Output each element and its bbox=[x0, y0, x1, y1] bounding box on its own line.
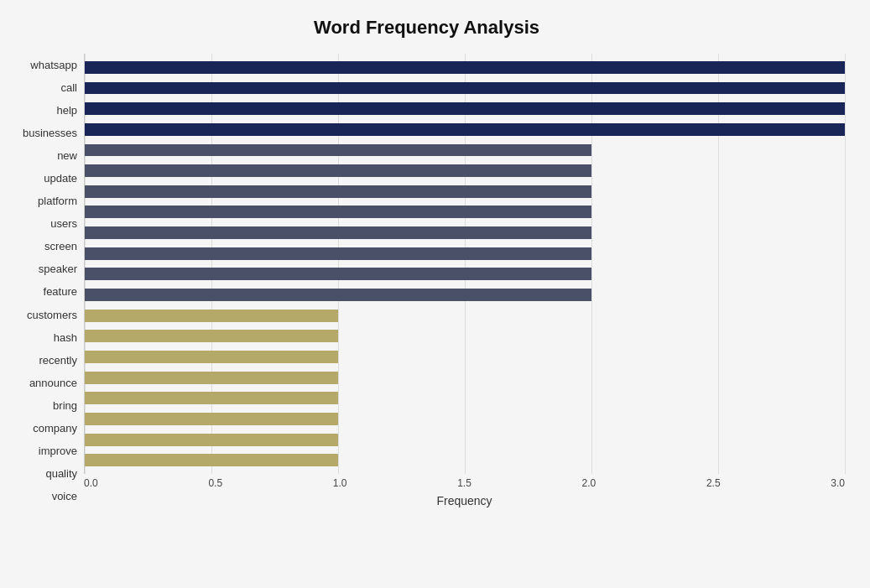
y-label: recently bbox=[39, 355, 77, 366]
y-label: quality bbox=[45, 468, 77, 479]
x-axis: 0.00.51.01.52.02.53.0 bbox=[84, 474, 845, 489]
bar-row bbox=[85, 119, 845, 140]
bar bbox=[85, 454, 338, 466]
bar-row bbox=[85, 408, 845, 429]
bar bbox=[85, 310, 338, 322]
bar bbox=[85, 61, 845, 74]
bar-row bbox=[85, 57, 845, 78]
y-axis-labels: whatsappcallhelpbusinessesnewupdateplatf… bbox=[8, 54, 84, 507]
bar bbox=[85, 144, 591, 157]
x-tick: 1.5 bbox=[457, 477, 471, 489]
x-tick: 0.5 bbox=[208, 477, 222, 489]
bar bbox=[85, 247, 591, 260]
bar-row bbox=[85, 367, 845, 388]
bar bbox=[85, 289, 591, 301]
bar-row bbox=[85, 326, 845, 347]
y-label: users bbox=[50, 218, 77, 229]
y-label: bring bbox=[53, 400, 77, 411]
y-label: call bbox=[60, 82, 77, 93]
y-label: company bbox=[33, 423, 77, 434]
y-label: feature bbox=[44, 286, 77, 297]
bar-row bbox=[85, 450, 845, 471]
bar-row bbox=[85, 243, 845, 264]
bar-row bbox=[85, 305, 845, 326]
y-label: whatsapp bbox=[30, 60, 77, 70]
bar bbox=[85, 82, 845, 95]
bar-row bbox=[85, 181, 845, 202]
x-tick: 2.0 bbox=[582, 477, 596, 489]
y-label: customers bbox=[27, 310, 77, 320]
bar-row bbox=[85, 78, 845, 99]
bar bbox=[85, 206, 591, 218]
chart-area: whatsappcallhelpbusinessesnewupdateplatf… bbox=[8, 54, 845, 507]
y-label: speaker bbox=[39, 263, 77, 274]
bar bbox=[85, 226, 591, 239]
bar bbox=[85, 102, 845, 115]
bar bbox=[85, 185, 591, 198]
bar-row bbox=[85, 222, 845, 243]
chart-title: Word Frequency Analysis bbox=[8, 17, 845, 39]
x-tick: 0.0 bbox=[84, 477, 98, 489]
bar-row bbox=[85, 264, 845, 285]
y-label: businesses bbox=[23, 127, 77, 138]
bar-row bbox=[85, 388, 845, 409]
x-tick: 3.0 bbox=[831, 477, 845, 489]
x-tick: 2.5 bbox=[706, 477, 721, 489]
bar-row bbox=[85, 346, 845, 367]
bar bbox=[85, 392, 338, 404]
bar-row bbox=[85, 202, 845, 223]
bar bbox=[85, 372, 338, 384]
bar-row bbox=[85, 429, 845, 450]
y-label: update bbox=[44, 173, 77, 184]
bar-row bbox=[85, 140, 845, 161]
bars-inner bbox=[85, 54, 845, 474]
bar bbox=[85, 330, 338, 342]
y-label: new bbox=[57, 150, 77, 161]
bar bbox=[85, 413, 338, 425]
x-axis-label: Frequency bbox=[84, 494, 845, 507]
bar-row bbox=[85, 284, 845, 305]
bars-and-xaxis: 0.00.51.01.52.02.53.0 Frequency bbox=[84, 54, 845, 507]
y-label: hash bbox=[54, 332, 77, 343]
bar bbox=[85, 434, 338, 446]
bars-area bbox=[84, 54, 845, 474]
y-label: help bbox=[56, 105, 77, 116]
y-label: improve bbox=[39, 445, 77, 456]
grid-line bbox=[845, 54, 846, 474]
x-tick: 1.0 bbox=[333, 477, 347, 489]
bar bbox=[85, 351, 338, 363]
bar bbox=[85, 164, 591, 177]
y-label: screen bbox=[44, 241, 77, 252]
y-label: platform bbox=[38, 195, 77, 206]
bar bbox=[85, 123, 845, 136]
bar-row bbox=[85, 98, 845, 119]
bar bbox=[85, 268, 591, 280]
bar-row bbox=[85, 160, 845, 181]
y-label: announce bbox=[29, 377, 77, 388]
y-label: voice bbox=[52, 491, 77, 502]
chart-container: Word Frequency Analysis whatsappcallhelp… bbox=[0, 0, 870, 588]
